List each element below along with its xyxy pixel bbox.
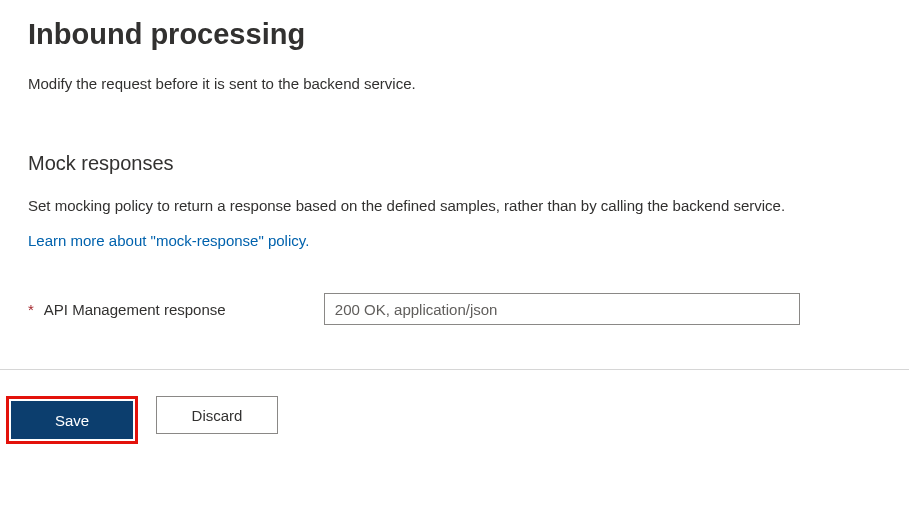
- mock-responses-description: Set mocking policy to return a response …: [28, 197, 881, 214]
- required-indicator: *: [28, 301, 34, 318]
- learn-more-link[interactable]: Learn more about "mock-response" policy.: [28, 232, 309, 249]
- page-title: Inbound processing: [28, 18, 881, 51]
- api-response-input[interactable]: [324, 293, 800, 325]
- api-response-row: * API Management response: [28, 293, 881, 325]
- divider: [0, 369, 909, 370]
- save-highlight: Save: [6, 396, 138, 444]
- discard-button[interactable]: Discard: [156, 396, 278, 434]
- page-subtitle: Modify the request before it is sent to …: [28, 75, 881, 92]
- save-button[interactable]: Save: [11, 401, 133, 439]
- button-row: Save Discard: [28, 396, 881, 444]
- mock-responses-heading: Mock responses: [28, 152, 881, 175]
- api-response-label: API Management response: [44, 301, 324, 318]
